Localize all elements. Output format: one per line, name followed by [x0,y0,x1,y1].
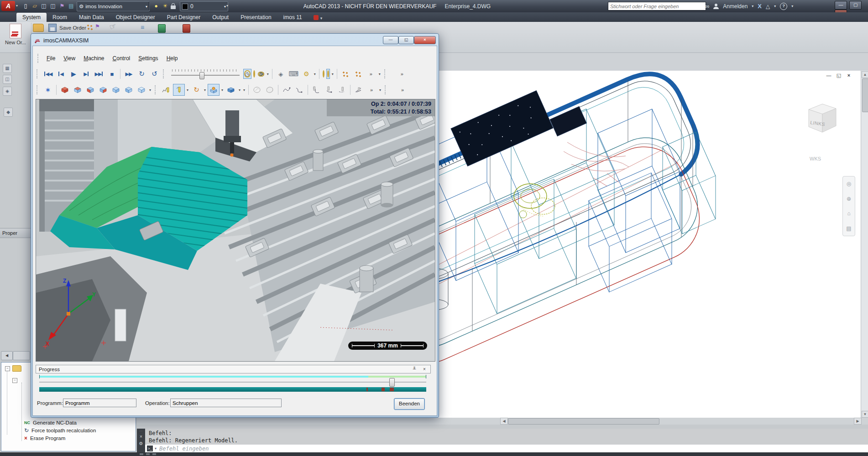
red-part-icon[interactable] [183,24,190,33]
curve-a-button[interactable] [281,84,293,96]
cube-view-top-red[interactable] [72,84,84,96]
toolbar-grip[interactable] [384,69,387,78]
to-start-button[interactable]: ◀◀ [42,68,54,80]
ribbon-collapse-icon[interactable]: ▾ [320,16,323,21]
lightbulb-icon[interactable]: ● [152,1,161,10]
command-input[interactable] [158,445,868,452]
menu-file[interactable]: FFileile [43,54,59,63]
layer-color-control[interactable]: 0 ▾ [180,1,228,11]
speed-slider[interactable] [171,69,240,79]
toolpath-a-button[interactable] [310,84,322,96]
vscroll-thumb[interactable] [862,78,868,112]
list-icon[interactable]: ≡ [141,24,144,31]
dialog-close-button[interactable]: × [414,36,436,44]
chevron-down-icon[interactable]: ▾ [331,72,335,76]
blob-a-button[interactable] [251,84,263,96]
tree-collapse-icon[interactable]: − [5,366,10,371]
toolbar-overflow-button[interactable]: » [397,84,408,96]
pocket-display-button[interactable] [208,84,220,96]
nc-mode-button[interactable]: NC [257,69,265,79]
menu-settings[interactable]: Settings [135,54,162,63]
play-button[interactable]: ▶ [68,68,79,80]
tab-object-designer[interactable]: Object Designer [110,13,161,22]
cube-view-blue3[interactable] [136,84,147,96]
timeline-thumb[interactable] [389,378,395,387]
palette-gem-icon[interactable]: ◆ [4,108,13,117]
new-icon[interactable]: ▯ [21,1,30,10]
program-field[interactable] [63,399,136,407]
save-icon[interactable]: ◫ [39,1,48,10]
hscroll-thumb[interactable] [508,418,659,425]
dwg-close-button[interactable]: × [844,72,853,79]
toolbar-grip[interactable] [37,85,39,94]
status-icon[interactable] [152,453,156,455]
help-book-icon[interactable]: ▤ [67,1,76,10]
scroll-down-icon[interactable]: ▼ [862,411,868,418]
keyboard-icon[interactable]: ⌨ [288,68,299,80]
menu-machine[interactable]: Machine [80,54,108,63]
tree-item-force-recalc[interactable]: ↻ Force toolpath recalculation [24,427,96,434]
toolbar-overflow-button[interactable]: » [365,68,377,80]
help-icon[interactable]: ? [780,3,787,10]
toolbar-overflow-button[interactable]: » [366,84,377,96]
slider-thumb[interactable] [199,72,204,79]
flag-icon[interactable]: ⚑ [95,23,100,30]
tool-display-button[interactable] [173,84,185,96]
restart-button[interactable]: ↻ [136,68,147,80]
step-forward-button[interactable]: ▶ [80,68,92,80]
chevron-down-icon[interactable]: ▾ [220,88,224,92]
imos-badge-icon[interactable] [314,15,319,20]
status-icon[interactable] [140,453,143,455]
minimize-button[interactable]: — [835,1,847,10]
menu-control[interactable]: Control [109,54,134,63]
chevron-down-icon[interactable]: ▾ [752,4,753,8]
toolbar-overflow-button[interactable]: » [396,68,408,80]
tab-main-data[interactable]: Main Data [73,13,110,22]
dwg-restore-button[interactable]: ◱ [834,72,843,79]
logo-caret-icon[interactable]: ▾ [16,4,18,8]
curve-b-button[interactable] [293,84,305,96]
collision-orange-button[interactable] [326,69,330,79]
to-end-button[interactable]: ▶▶ [93,68,105,80]
signin-label[interactable]: Anmelden [723,3,748,10]
full-nav-wheel-icon[interactable]: ◎ [847,181,851,187]
new-order-button[interactable]: New Or... [2,23,29,51]
toolpath-b-button[interactable] [323,84,335,96]
open-folder-icon[interactable]: ▱ [30,1,39,10]
cluster-b-button[interactable] [352,68,364,80]
orbit-icon[interactable]: ▤ [846,225,851,232]
close-icon[interactable]: × [137,432,145,439]
progress-panel-header[interactable]: Progress ╨ × [36,365,431,373]
chevron-down-icon[interactable]: ▾ [148,88,152,92]
end-button[interactable]: Beenden [394,398,425,410]
tab-presentation[interactable]: Presentation [235,13,277,22]
tab-room[interactable]: Room [47,13,73,22]
horizontal-scrollbar[interactable]: ◀ ▶ [137,418,868,425]
tree-collapse-icon[interactable]: − [12,378,17,383]
time-mode-button[interactable]: ◷ [243,69,251,79]
cube-view-red[interactable] [59,84,71,96]
tree-item-erase-program[interactable]: × Erase Program [24,435,65,441]
exchange-apps-icon[interactable]: X [758,3,762,10]
maximize-button[interactable]: ▢ [849,1,862,10]
save-order-icon[interactable] [48,24,57,32]
chevron-down-icon[interactable]: ▾ [791,4,793,8]
structure-icon[interactable] [87,24,93,30]
search-binoculars-icon[interactable]: ∞ [705,3,709,10]
tree-item-generate-nc[interactable]: NC Generate NC-Data [24,419,77,426]
toolbar-grip[interactable] [155,85,157,94]
menu-help[interactable]: Help [163,54,182,63]
user-icon[interactable] [713,4,719,9]
fit-view-icon[interactable]: ✶ [42,84,54,96]
lock-icon[interactable] [171,4,176,10]
step-back-button[interactable]: ◀ [55,68,67,80]
simulation-viewport[interactable]: Z Y X Op 2: 0:04:07 / 0:07:39 Total: 0:5… [36,99,435,362]
cube-view-blue2[interactable] [123,84,135,96]
scroll-left-icon[interactable]: ◀ [500,418,508,425]
palette-grid-icon[interactable]: ▦ [3,64,12,73]
properties-panel-header[interactable]: Proper [0,228,31,238]
toolbar-grip[interactable] [385,85,387,94]
rotate-tool-icon[interactable]: ↻ [190,84,202,96]
panel-button[interactable] [13,351,30,360]
chevron-down-icon[interactable]: ▾ [242,88,246,92]
